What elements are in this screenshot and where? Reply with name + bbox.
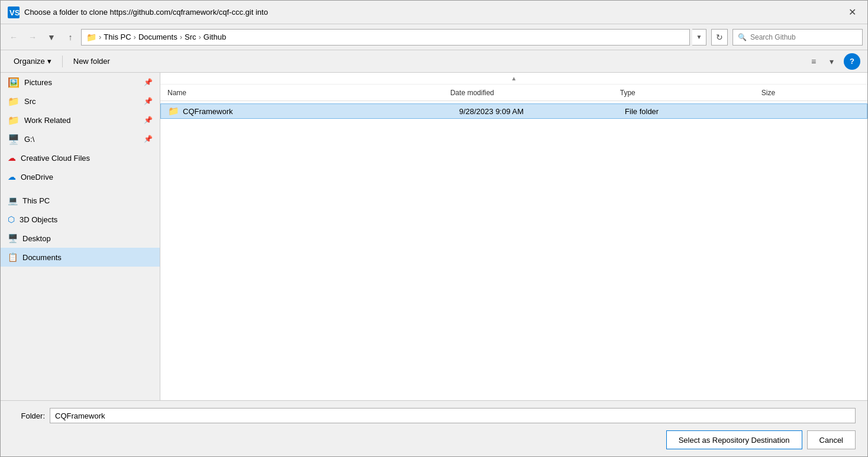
documents-icon: 📋	[8, 252, 18, 262]
this-pc-icon: 💻	[8, 196, 18, 205]
view-button[interactable]: ≡	[806, 54, 821, 69]
sidebar-label-this-pc: This PC	[22, 196, 153, 205]
folder-row: Folder:	[12, 408, 856, 423]
path-sep-3: ›	[180, 33, 182, 41]
address-dropdown-button[interactable]: ▼	[692, 29, 706, 46]
svg-text:VS: VS	[9, 8, 20, 17]
dialog-title: Choose a folder to clone https://github.…	[24, 8, 844, 17]
clone-dialog: VS Choose a folder to clone https://gith…	[0, 0, 868, 457]
3d-objects-icon: ⬡	[8, 215, 15, 224]
path-folder-icon: 📁	[86, 33, 96, 42]
path-this-pc: This PC	[104, 33, 131, 41]
refresh-button[interactable]: ↻	[711, 29, 728, 46]
search-box: 🔍	[733, 29, 863, 46]
search-input[interactable]	[750, 33, 857, 41]
bottom-section: Folder: Select as Repository Destination…	[1, 400, 867, 456]
sidebar-item-3d-objects[interactable]: ⬡ 3D Objects	[1, 210, 160, 229]
sidebar-item-onedrive[interactable]: ☁ OneDrive	[1, 167, 160, 186]
g-drive-pin: 📌	[144, 135, 153, 143]
file-list-header: Name Date modified Type Size	[160, 85, 867, 101]
column-name[interactable]: Name	[167, 89, 450, 97]
sidebar-item-creative-cloud[interactable]: ☁ Creative Cloud Files	[1, 148, 160, 167]
sidebar-label-3d-objects: 3D Objects	[20, 215, 153, 224]
sidebar-item-desktop[interactable]: 🖥️ Desktop	[1, 229, 160, 248]
path-sep-1: ›	[99, 33, 101, 41]
organize-arrow: ▾	[47, 57, 51, 66]
sidebar-label-documents: Documents	[22, 253, 153, 262]
folder-label: Folder:	[12, 411, 45, 420]
vscode-icon: VS	[8, 7, 20, 18]
column-type[interactable]: Type	[620, 89, 761, 97]
view-arrow-icon: ▾	[830, 57, 834, 66]
address-bar: ← → ▼ ↑ 📁 › This PC › Documents › Src › …	[1, 24, 867, 50]
path-github: Github	[204, 33, 226, 41]
address-path[interactable]: 📁 › This PC › Documents › Src › Github	[81, 29, 690, 46]
path-sep-2: ›	[134, 33, 136, 41]
path-documents: Documents	[138, 33, 178, 41]
creative-cloud-icon: ☁	[8, 153, 16, 163]
folder-icon: 📁	[168, 106, 179, 116]
file-name-cqframework: CQFramework	[183, 107, 459, 116]
work-related-icon: 📁	[8, 115, 20, 126]
sidebar-item-pictures[interactable]: 🖼️ Pictures 📌	[1, 73, 160, 92]
sidebar-label-src: Src	[24, 97, 139, 106]
organize-button[interactable]: Organize ▾	[8, 54, 57, 69]
onedrive-icon: ☁	[8, 172, 16, 181]
column-date-modified[interactable]: Date modified	[450, 89, 620, 97]
sidebar-label-g-drive: G:\	[24, 135, 139, 144]
path-sep-4: ›	[199, 33, 201, 41]
toolbar-separator	[62, 56, 63, 67]
new-folder-button[interactable]: New folder	[67, 54, 116, 69]
view-icon: ≡	[811, 57, 816, 66]
sidebar-item-work-related[interactable]: 📁 Work Related 📌	[1, 111, 160, 129]
folder-input[interactable]	[50, 408, 856, 423]
forward-button[interactable]: →	[24, 29, 41, 46]
file-row-cqframework[interactable]: 📁 CQFramework 9/28/2023 9:09 AM File fol…	[160, 103, 867, 119]
title-bar: VS Choose a folder to clone https://gith…	[1, 1, 867, 24]
desktop-icon: 🖥️	[8, 234, 18, 243]
sidebar-label-creative-cloud: Creative Cloud Files	[21, 154, 153, 163]
sidebar-label-desktop: Desktop	[22, 234, 153, 243]
file-date-cqframework: 9/28/2023 9:09 AM	[459, 107, 625, 116]
pictures-pin: 📌	[144, 78, 153, 86]
sidebar: 🖼️ Pictures 📌 📁 Src 📌 📁 Work Related 📌 🖥…	[1, 73, 160, 400]
view-arrow-button[interactable]: ▾	[824, 54, 839, 69]
close-button[interactable]: ✕	[844, 4, 860, 21]
scroll-up-indicator[interactable]: ▲	[160, 73, 867, 85]
up-button[interactable]: ↑	[62, 29, 79, 46]
sidebar-label-pictures: Pictures	[24, 78, 139, 87]
sidebar-item-documents[interactable]: 📋 Documents	[1, 248, 160, 267]
search-icon: 🔍	[738, 33, 747, 41]
toolbar: Organize ▾ New folder ≡ ▾ ?	[1, 50, 867, 73]
sidebar-item-src[interactable]: 📁 Src 📌	[1, 92, 160, 111]
button-row: Select as Repository Destination Cancel	[12, 430, 856, 449]
src-pin: 📌	[144, 97, 153, 105]
back-button[interactable]: ←	[5, 29, 22, 46]
sidebar-label-work-related: Work Related	[24, 116, 139, 125]
work-related-pin: 📌	[144, 116, 153, 124]
cancel-button[interactable]: Cancel	[807, 430, 856, 449]
help-button[interactable]: ?	[844, 53, 860, 70]
g-drive-icon: 🖥️	[8, 134, 20, 145]
sidebar-label-onedrive: OneDrive	[21, 173, 153, 181]
sidebar-item-this-pc[interactable]: 💻 This PC	[1, 191, 160, 210]
file-type-cqframework: File folder	[625, 107, 763, 116]
recent-locations-button[interactable]: ▼	[43, 29, 60, 46]
file-list: 📁 CQFramework 9/28/2023 9:09 AM File fol…	[160, 101, 867, 400]
main-content: 🖼️ Pictures 📌 📁 Src 📌 📁 Work Related 📌 🖥…	[1, 73, 867, 400]
new-folder-label: New folder	[73, 57, 110, 66]
organize-label: Organize	[14, 57, 45, 66]
src-icon: 📁	[8, 96, 20, 107]
column-size[interactable]: Size	[761, 89, 860, 97]
select-repository-button[interactable]: Select as Repository Destination	[666, 430, 802, 449]
pictures-icon: 🖼️	[8, 77, 20, 88]
file-area: ▲ Name Date modified Type Size 📁 CQFrame…	[160, 73, 867, 400]
sidebar-item-g-drive[interactable]: 🖥️ G:\ 📌	[1, 129, 160, 148]
path-src: Src	[185, 33, 196, 41]
